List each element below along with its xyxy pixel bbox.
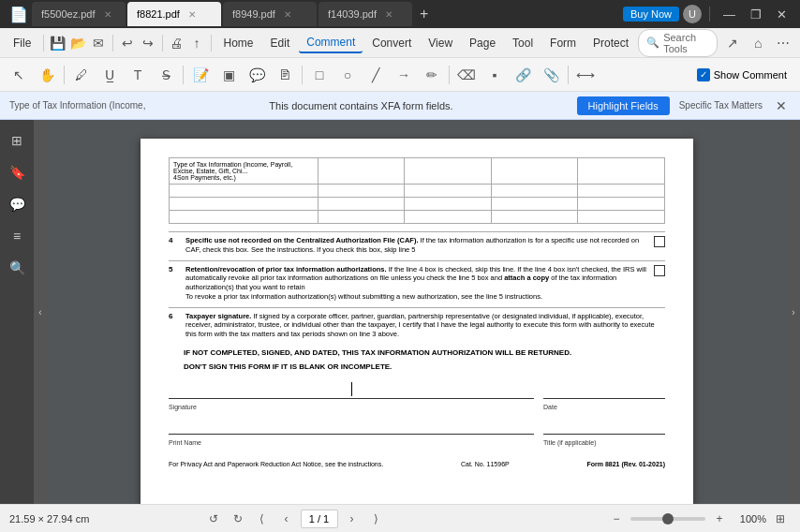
highlight-tool[interactable]: 🖊 xyxy=(68,63,95,87)
menu-edit[interactable]: Edit xyxy=(263,34,298,52)
app-icon[interactable]: 📄 xyxy=(7,3,30,25)
comment-toolbar: ↖ ✋ 🖊 U̲ T S̶ 📝 ▣ 💬 🖹 □ ○ ╱ → ✏ ⌫ ▪ 🔗 📎 … xyxy=(0,58,800,92)
email-icon[interactable]: ✉ xyxy=(90,31,109,55)
save-icon[interactable]: 💾 xyxy=(49,31,67,55)
checkbox-4[interactable] xyxy=(654,236,665,247)
rotate-cw-icon[interactable]: ↻ xyxy=(228,509,248,529)
sidebar-icon-thumbnails[interactable]: ⊞ xyxy=(4,127,30,154)
divider xyxy=(169,231,665,232)
search-icon: 🔍 xyxy=(646,37,659,49)
menu-file[interactable]: File xyxy=(6,34,38,52)
callout-tool[interactable]: 💬 xyxy=(244,63,270,87)
rotate-ccw-icon[interactable]: ↺ xyxy=(203,509,224,529)
redact-tool[interactable]: ▪ xyxy=(481,63,508,87)
external-link-icon[interactable]: ↗ xyxy=(721,31,743,55)
prev-page-button[interactable]: ‹ xyxy=(276,509,297,529)
attach-tool[interactable]: 📎 xyxy=(538,63,564,87)
sidebar-icon-layers[interactable]: ≡ xyxy=(4,223,30,249)
hand-tool[interactable]: ✋ xyxy=(34,63,60,87)
menu-form[interactable]: Form xyxy=(542,34,584,52)
signature-line[interactable] xyxy=(169,380,534,399)
shape-tool[interactable]: □ xyxy=(306,63,333,87)
stamp-tool[interactable]: 🖹 xyxy=(272,63,298,87)
table-cell xyxy=(578,198,665,211)
print-icon[interactable]: 🖨 xyxy=(167,31,185,55)
close-button[interactable]: ✕ xyxy=(771,6,793,23)
strikethrough-tool[interactable]: S̶ xyxy=(153,63,179,87)
link-tool[interactable]: 🔗 xyxy=(510,63,536,87)
zoom-out-button[interactable]: − xyxy=(606,509,627,529)
zoom-in-button[interactable]: + xyxy=(709,509,730,529)
undo-icon[interactable]: ↩ xyxy=(118,31,137,55)
xfa-close-button[interactable]: ✕ xyxy=(772,98,791,113)
ellipse-tool[interactable]: ○ xyxy=(334,63,361,87)
title-line[interactable] xyxy=(543,416,665,435)
sidebar-icon-search[interactable]: 🔍 xyxy=(4,255,30,281)
date-line[interactable] xyxy=(543,380,665,399)
distance-tool[interactable]: ⟷ xyxy=(572,63,599,87)
more-icon[interactable]: ⋯ xyxy=(773,31,794,55)
add-tab-button[interactable]: + xyxy=(414,6,434,22)
name-title-section: Print Name Title (if applicable) xyxy=(169,416,665,446)
item4-bold: Specific use not recorded on the Central… xyxy=(185,236,419,244)
page-input[interactable] xyxy=(301,510,338,528)
title-field xyxy=(543,416,665,435)
menu-tool[interactable]: Tool xyxy=(505,34,541,52)
search-box[interactable]: 🔍 Search Tools xyxy=(638,29,718,57)
tab-f8821[interactable]: f8821.pdf ✕ xyxy=(127,2,221,26)
xfa-label-1: Type of Tax Information (Income, xyxy=(9,100,145,111)
user-avatar[interactable]: U xyxy=(683,5,702,23)
table-cell xyxy=(318,211,405,224)
warning-2: DON'T SIGN THIS FORM IF IT IS BLANK OR I… xyxy=(184,362,665,371)
buy-now-button[interactable]: Buy Now xyxy=(623,7,679,22)
menu-protect[interactable]: Protect xyxy=(585,34,636,52)
checkbox-checked-icon: ✓ xyxy=(697,68,710,81)
tab-f8949[interactable]: f8949.pdf ✕ xyxy=(223,2,317,26)
sidebar-icon-bookmarks[interactable]: 🔖 xyxy=(4,159,30,185)
sidebar-icon-comments[interactable]: 💬 xyxy=(4,191,30,217)
menu-page[interactable]: Page xyxy=(462,34,503,52)
tab-close-icon[interactable]: ✕ xyxy=(281,8,294,21)
note-tool[interactable]: 📝 xyxy=(187,63,214,87)
menu-home[interactable]: Home xyxy=(216,34,261,52)
next-page-button[interactable]: › xyxy=(342,509,363,529)
redo-icon[interactable]: ↪ xyxy=(139,31,157,55)
eraser-tool[interactable]: ⌫ xyxy=(453,63,480,87)
table-cell xyxy=(578,158,665,185)
highlight-fields-button[interactable]: Highlight Fields xyxy=(577,96,670,115)
share-icon[interactable]: ↑ xyxy=(187,31,206,55)
text-tool[interactable]: T xyxy=(125,63,151,87)
divider xyxy=(169,307,665,308)
tab-f5500ez[interactable]: f5500ez.pdf ✕ xyxy=(32,2,126,26)
collapse-right-button[interactable]: › xyxy=(787,120,800,504)
tab-close-icon[interactable]: ✕ xyxy=(101,8,114,21)
arrow-tool[interactable]: → xyxy=(391,63,417,87)
form-row-6: 6 Taxpayer signature. If signed by a cor… xyxy=(169,312,665,339)
print-name-line[interactable] xyxy=(169,416,534,435)
collapse-left-button[interactable]: ‹ xyxy=(34,120,47,504)
tab-f14039[interactable]: f14039.pdf ✕ xyxy=(319,2,412,26)
first-page-button[interactable]: ⟨ xyxy=(252,509,273,529)
underline-tool[interactable]: U̲ xyxy=(96,63,123,87)
fit-page-button[interactable]: ⊞ xyxy=(770,509,791,529)
toolbar-separator xyxy=(64,66,65,84)
pencil-tool[interactable]: ✏ xyxy=(419,63,445,87)
zoom-slider[interactable] xyxy=(630,517,705,521)
tab-close-icon[interactable]: ✕ xyxy=(382,8,395,21)
menu-view[interactable]: View xyxy=(421,34,460,52)
pdf-viewer[interactable]: Type of Tax Information (Income, Payroll… xyxy=(47,120,787,504)
show-comment-toggle[interactable]: ✓ Show Comment xyxy=(689,66,794,84)
select-tool[interactable]: ↖ xyxy=(6,63,32,87)
row-content-6: Taxpayer signature. If signed by a corpo… xyxy=(185,312,665,339)
last-page-button[interactable]: ⟩ xyxy=(366,509,387,529)
textbox-tool[interactable]: ▣ xyxy=(215,63,242,87)
checkbox-5[interactable] xyxy=(654,265,665,276)
menu-convert[interactable]: Convert xyxy=(364,34,419,52)
nav-up-icon[interactable]: ⌂ xyxy=(748,31,769,55)
line-tool[interactable]: ╱ xyxy=(363,63,389,87)
open-icon[interactable]: 📂 xyxy=(69,31,88,55)
restore-button[interactable]: ❐ xyxy=(745,6,767,23)
menu-comment[interactable]: Comment xyxy=(299,33,363,53)
minimize-button[interactable]: — xyxy=(718,6,741,23)
tab-close-icon[interactable]: ✕ xyxy=(185,8,199,21)
